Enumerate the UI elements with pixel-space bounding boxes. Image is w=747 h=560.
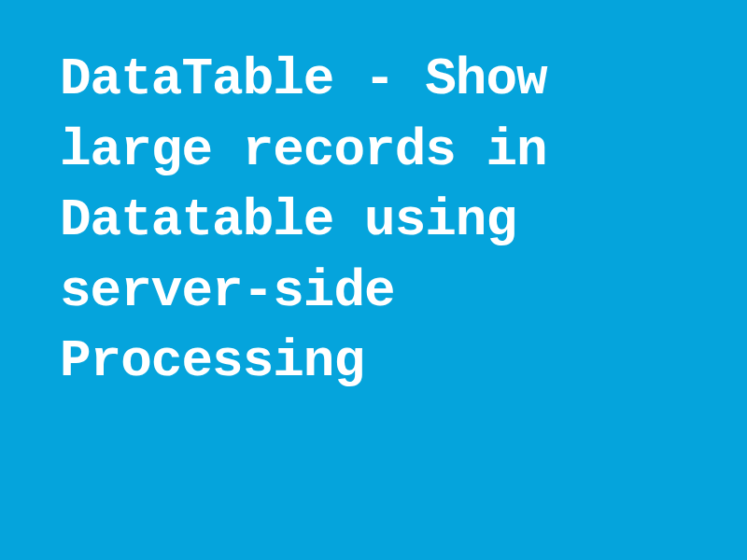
page-title: DataTable - Show large records in Datata…: [60, 45, 687, 398]
